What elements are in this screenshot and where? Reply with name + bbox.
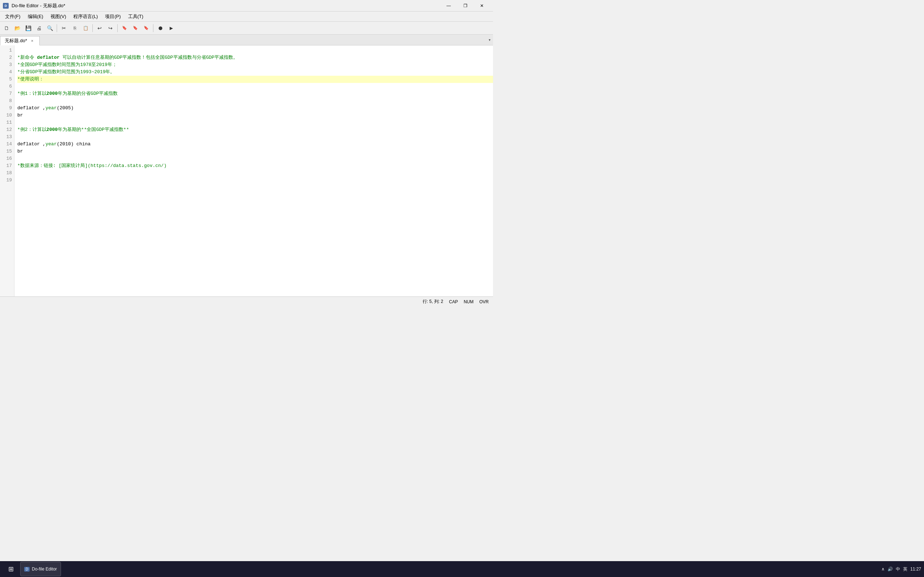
code-line-16 xyxy=(17,155,493,162)
app-icon: D xyxy=(3,3,9,9)
line-num-8: 8 xyxy=(0,97,12,105)
bookmark2-button[interactable]: 🔖 xyxy=(130,23,141,33)
code-line-12: *例2：计算以2000年为基期的**全国GDP平减指数** xyxy=(17,126,493,134)
line-num-15: 15 xyxy=(0,148,12,155)
separator-3 xyxy=(117,24,118,32)
print-button[interactable]: 🖨 xyxy=(34,23,44,33)
line-numbers: 1 2 3 4 5 6 7 8 9 10 11 12 13 14 15 16 1… xyxy=(0,45,15,297)
num-indicator: NUM xyxy=(464,299,473,305)
code-line-3: *全国GDP平减指数时间范围为1978至2019年； xyxy=(17,61,493,69)
new-file-button[interactable]: 🗋 xyxy=(2,23,11,33)
run-button[interactable]: ▶ xyxy=(166,23,176,33)
code-line-13 xyxy=(17,134,493,141)
code-line-14: deflator ,year(2010) china xyxy=(17,141,493,148)
line-num-17: 17 xyxy=(0,162,12,169)
line-num-10: 10 xyxy=(0,112,12,119)
menu-lang[interactable]: 程序语言(L) xyxy=(69,12,102,21)
line-num-7: 7 xyxy=(0,90,12,97)
menu-file[interactable]: 文件(F) xyxy=(2,12,24,21)
line-num-2: 2 xyxy=(0,54,12,61)
open-button[interactable]: 📂 xyxy=(12,23,23,33)
window-controls: — ❐ ✕ xyxy=(440,0,490,11)
line-num-4: 4 xyxy=(0,69,12,76)
editor-body: 1 2 3 4 5 6 7 8 9 10 11 12 13 14 15 16 1… xyxy=(0,45,493,297)
bookmark1-button[interactable]: 🔖 xyxy=(120,23,129,33)
line-num-14: 14 xyxy=(0,141,12,148)
code-line-8 xyxy=(17,97,493,105)
code-line-7: *例1：计算以2000年为基期的分省GDP平减指数 xyxy=(17,90,493,97)
maximize-button[interactable]: ❐ xyxy=(457,0,473,11)
debug-button[interactable]: ⬤ xyxy=(155,23,165,33)
line-num-6: 6 xyxy=(0,83,12,90)
menu-edit[interactable]: 编辑(E) xyxy=(24,12,47,21)
tab-close-button[interactable]: × xyxy=(29,38,35,44)
tabs-bar: 无标题.do* × ▾ xyxy=(0,35,493,45)
title-bar-left: D Do-file Editor - 无标题.do* xyxy=(3,3,65,9)
code-editor[interactable]: *新命令 deflator 可以自动计算任意基期的GDP平减指数！包括全国GDP… xyxy=(15,45,493,297)
line-num-3: 3 xyxy=(0,61,12,69)
separator-4 xyxy=(153,24,153,32)
line-num-13: 13 xyxy=(0,134,12,141)
code-line-4: *分省GDP平减指数时间范围为1993~2019年。 xyxy=(17,69,493,76)
menu-project[interactable]: 项目(P) xyxy=(102,12,124,21)
line-num-18: 18 xyxy=(0,169,12,177)
toolbar: 🗋 📂 💾 🖨 🔍 ✂ ⎘ 📋 ↩ ↪ 🔖 🔖 🔖 ⬤ ▶ xyxy=(0,22,493,35)
ovr-indicator: OVR xyxy=(479,299,489,305)
code-line-19 xyxy=(17,177,493,184)
code-line-9: deflator ,year(2005) xyxy=(17,105,493,112)
line-num-5: 5 xyxy=(0,76,12,83)
menu-tools[interactable]: 工具(T) xyxy=(124,12,147,21)
code-line-1 xyxy=(17,47,493,54)
minimize-button[interactable]: — xyxy=(440,0,457,11)
code-line-15: br xyxy=(17,148,493,155)
paste-button[interactable]: 📋 xyxy=(81,23,90,33)
line-num-16: 16 xyxy=(0,155,12,162)
menu-view[interactable]: 视图(V) xyxy=(47,12,69,21)
cursor-position: 行: 5, 列: 2 xyxy=(423,298,443,305)
editor-container: 1 2 3 4 5 6 7 8 9 10 11 12 13 14 15 16 1… xyxy=(0,45,493,297)
code-line-2: *新命令 deflator 可以自动计算任意基期的GDP平减指数！包括全国GDP… xyxy=(17,54,493,61)
cut-button[interactable]: ✂ xyxy=(59,23,69,33)
separator-2 xyxy=(92,24,93,32)
tabs-dropdown[interactable]: ▾ xyxy=(486,34,493,45)
code-line-11 xyxy=(17,119,493,126)
copy-button[interactable]: ⎘ xyxy=(69,23,80,33)
menu-bar: 文件(F) 编辑(E) 视图(V) 程序语言(L) 项目(P) 工具(T) xyxy=(0,11,493,22)
code-line-5: *使用说明： xyxy=(17,76,493,83)
redo-button[interactable]: ↪ xyxy=(105,23,115,33)
line-num-19: 19 xyxy=(0,177,12,184)
code-line-10: br xyxy=(17,112,493,119)
search-button[interactable]: 🔍 xyxy=(45,23,55,33)
tab-untitled[interactable]: 无标题.do* × xyxy=(0,36,40,45)
code-line-17: *数据来源：链接: [国家统计局](https://data.stats.gov… xyxy=(17,162,493,169)
title-bar: D Do-file Editor - 无标题.do* — ❐ ✕ xyxy=(0,0,493,11)
window-title: Do-file Editor - 无标题.do* xyxy=(11,3,65,9)
line-num-11: 11 xyxy=(0,119,12,126)
line-num-1: 1 xyxy=(0,47,12,54)
close-button[interactable]: ✕ xyxy=(473,0,490,11)
tab-label: 无标题.do* xyxy=(5,37,27,44)
status-bar: 行: 5, 列: 2 CAP NUM OVR xyxy=(0,297,493,306)
code-line-18 xyxy=(17,169,493,177)
undo-button[interactable]: ↩ xyxy=(95,23,105,33)
save-button[interactable]: 💾 xyxy=(23,23,33,33)
cap-indicator: CAP xyxy=(449,299,458,305)
line-num-9: 9 xyxy=(0,105,12,112)
separator-1 xyxy=(57,24,57,32)
line-num-12: 12 xyxy=(0,126,12,134)
code-line-6 xyxy=(17,83,493,90)
bookmark3-button[interactable]: 🔖 xyxy=(141,23,151,33)
